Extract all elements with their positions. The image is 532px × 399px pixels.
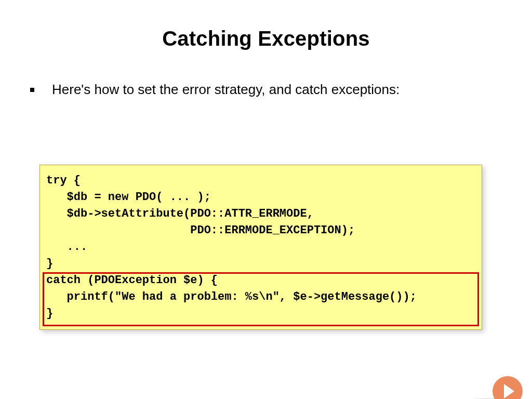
bullet-list: Here's how to set the error strategy, an… [30, 82, 532, 98]
slide: Catching Exceptions Here's how to set th… [0, 27, 532, 399]
code-block-wrap: try { $db = new PDO( ... ); $db->setAttr… [39, 165, 482, 330]
play-icon [493, 376, 523, 399]
code-content: try { $db = new PDO( ... ); $db->setAttr… [40, 172, 482, 322]
code-block: try { $db = new PDO( ... ); $db->setAttr… [39, 165, 482, 330]
brand-area: pluralsight [482, 376, 523, 399]
bullet-item: Here's how to set the error strategy, an… [30, 82, 532, 98]
slide-title: Catching Exceptions [0, 27, 532, 50]
